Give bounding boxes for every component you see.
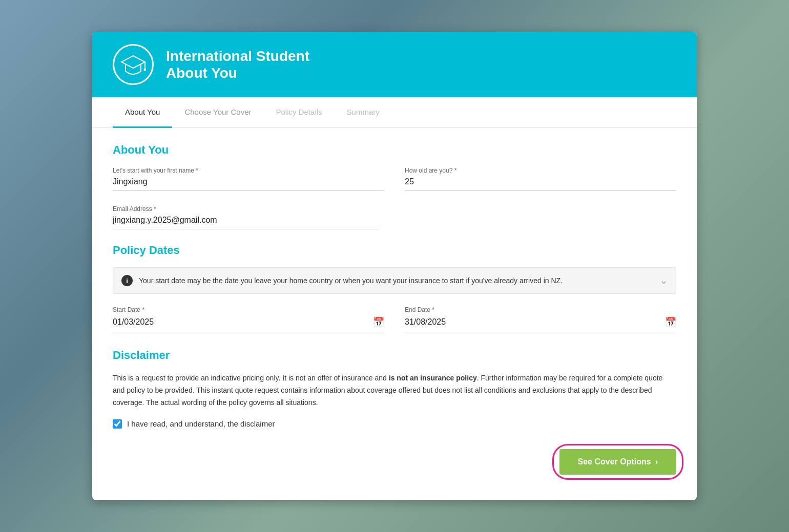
see-cover-arrow-icon: › — [655, 457, 658, 466]
age-label: How old are you? * — [405, 167, 676, 174]
calendar-icon-start[interactable]: 📅 — [373, 316, 384, 328]
first-name-field: Let's start with your first name * Jingx… — [113, 167, 384, 191]
disclaimer-text-part1: This is a request to provide an indicati… — [113, 374, 389, 382]
info-box[interactable]: i Your start date may be the date you le… — [113, 267, 676, 294]
end-date-label: End Date * — [405, 306, 676, 313]
header-text: International Student About You — [166, 48, 309, 82]
calendar-icon-end[interactable]: 📅 — [665, 316, 676, 328]
tab-about-you[interactable]: About You — [113, 97, 172, 128]
tab-choose-cover[interactable]: Choose Your Cover — [172, 97, 263, 128]
logo-circle — [113, 44, 154, 85]
header-title-line1: International Student — [166, 48, 309, 65]
disclaimer-text-bold: is not an insurance policy — [389, 374, 477, 382]
end-date-wrap: 31/08/2025 📅 — [405, 316, 676, 332]
start-date-wrap: 01/03/2025 📅 — [113, 316, 384, 332]
about-you-section-title: About You — [113, 143, 676, 157]
see-cover-button-wrapper: See Cover Options › — [559, 449, 676, 475]
email-row: Email Address * jingxiang.y.2025@gmail.c… — [113, 205, 676, 229]
see-cover-button-label: See Cover Options — [578, 457, 651, 466]
first-name-value[interactable]: Jingxiang — [113, 177, 384, 191]
info-icon: i — [121, 275, 133, 286]
header-title-line2: About You — [166, 65, 309, 82]
main-container: International Student About You About Yo… — [92, 32, 697, 500]
age-value[interactable]: 25 — [405, 177, 676, 191]
content-area: About You Let's start with your first na… — [92, 128, 697, 500]
footer: See Cover Options › — [113, 449, 676, 480]
disclaimer-section-title: Disclaimer — [113, 349, 676, 362]
disclaimer-checkbox[interactable] — [113, 419, 122, 429]
info-text: Your start date may be the date you leav… — [139, 276, 654, 285]
tab-summary[interactable]: Summary — [335, 97, 392, 128]
age-field: How old are you? * 25 — [405, 167, 676, 191]
svg-point-2 — [144, 69, 147, 71]
start-date-field: Start Date * 01/03/2025 📅 — [113, 306, 384, 332]
date-row: Start Date * 01/03/2025 📅 End Date * 31/… — [113, 306, 676, 332]
first-name-label: Let's start with your first name * — [113, 167, 384, 174]
header: International Student About You — [92, 32, 697, 97]
see-cover-options-button[interactable]: See Cover Options › — [559, 449, 676, 475]
end-date-value[interactable]: 31/08/2025 — [405, 317, 665, 327]
start-date-label: Start Date * — [113, 306, 384, 313]
policy-dates-section-title: Policy Dates — [113, 244, 676, 257]
tabs-container: About You Choose Your Cover Policy Detai… — [92, 97, 697, 128]
end-date-field: End Date * 31/08/2025 📅 — [405, 306, 676, 332]
disclaimer-checkbox-row: I have read, and understand, the disclai… — [113, 419, 676, 429]
tab-policy-details[interactable]: Policy Details — [264, 97, 335, 128]
email-label: Email Address * — [113, 205, 379, 212]
disclaimer-checkbox-label: I have read, and understand, the disclai… — [127, 419, 275, 428]
disclaimer-text: This is a request to provide an indicati… — [113, 372, 676, 409]
graduation-cap-icon — [120, 52, 146, 77]
svg-marker-0 — [121, 56, 145, 68]
start-date-value[interactable]: 01/03/2025 — [113, 317, 373, 327]
name-age-row: Let's start with your first name * Jingx… — [113, 167, 676, 191]
email-field: Email Address * jingxiang.y.2025@gmail.c… — [113, 205, 379, 229]
email-value[interactable]: jingxiang.y.2025@gmail.com — [113, 216, 379, 229]
chevron-down-icon: ⌄ — [660, 275, 668, 286]
